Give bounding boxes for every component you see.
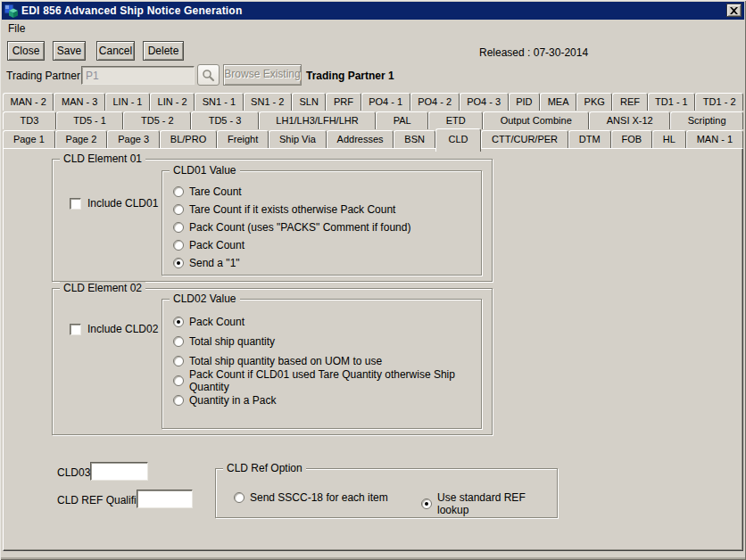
close-button-toolbar[interactable]: Close xyxy=(7,41,45,61)
tab[interactable]: BSN xyxy=(394,130,435,148)
menu-file[interactable]: File xyxy=(2,21,31,37)
browse-existing-button[interactable]: Browse Existing xyxy=(223,64,302,86)
tab-strip: MAN - 2MAN - 3LIN - 1LIN - 2SN1 - 1SN1 -… xyxy=(3,92,743,148)
tab[interactable]: REF xyxy=(612,93,647,111)
tab[interactable]: TD1 - 1 xyxy=(648,93,696,111)
radio-option-standard-ref[interactable]: Use standard REF lookup xyxy=(421,491,557,516)
tab[interactable]: BL/PRO xyxy=(160,130,217,148)
radio-option[interactable]: Tare Count xyxy=(173,183,481,201)
cld01-value-label: CLD01 Value xyxy=(170,164,240,177)
tab[interactable]: Freight xyxy=(217,130,269,148)
cancel-button[interactable]: Cancel xyxy=(96,41,135,61)
include-cld02-checkbox[interactable]: Include CLD02 xyxy=(70,323,158,335)
radio-option[interactable]: Pack Count xyxy=(173,236,481,254)
cld-ref-option-label: CLD Ref Option xyxy=(223,462,306,474)
tab[interactable]: TD1 - 2 xyxy=(695,93,743,111)
tab[interactable]: Addresses xyxy=(327,130,394,148)
tab[interactable]: FOB xyxy=(611,130,652,148)
checkbox-icon xyxy=(70,198,81,210)
tab[interactable]: LIN - 1 xyxy=(105,93,150,111)
radio-option[interactable]: Pack Count (uses "PACKS" Comment if foun… xyxy=(173,218,481,236)
radio-label: Pack Count if CLD01 used Tare Quantity o… xyxy=(189,368,481,393)
cld02-value-group: CLD02 Value Pack Count Total ship quanti… xyxy=(162,299,482,429)
radio-label: Pack Count xyxy=(189,239,245,251)
tab[interactable]: ETD xyxy=(428,111,483,129)
radio-icon xyxy=(173,204,184,215)
tab-row-1: MAN - 2MAN - 3LIN - 1LIN - 2SN1 - 1SN1 -… xyxy=(3,92,743,111)
radio-option[interactable]: Send a "1" xyxy=(173,254,481,272)
cld-ref-qualifier-input[interactable] xyxy=(137,490,193,508)
include-cld01-checkbox[interactable]: Include CLD01 xyxy=(70,197,158,210)
tab[interactable]: Output Combine xyxy=(483,111,589,129)
tab[interactable]: ANSI X-12 xyxy=(589,111,670,129)
tab[interactable]: CTT/CUR/PER xyxy=(481,130,568,148)
radio-label: Use standard REF lookup xyxy=(437,491,557,516)
tab[interactable]: SN1 - 1 xyxy=(195,93,243,111)
radio-option-sscc18[interactable]: Send SSCC-18 for each item xyxy=(234,491,388,504)
cld-element-01-label: CLD Element 01 xyxy=(60,152,145,165)
trading-partner-search-button[interactable] xyxy=(197,64,220,86)
radio-option[interactable]: Total ship quantity xyxy=(173,332,481,351)
tab[interactable]: PRF xyxy=(326,93,361,111)
tab[interactable]: PO4 - 2 xyxy=(410,93,460,111)
cld-element-02-group: CLD Element 02 Include CLD02 CLD02 Value… xyxy=(52,288,493,435)
cld-tab-panel: CLD Element 01 Include CLD01 CLD01 Value… xyxy=(3,148,743,551)
cld-element-01-group: CLD Element 01 Include CLD01 CLD01 Value… xyxy=(52,159,493,282)
radio-icon xyxy=(173,375,184,386)
tab[interactable]: Page 3 xyxy=(107,130,160,148)
released-date: Released : 07-30-2014 xyxy=(479,46,588,59)
tab[interactable]: LIN - 2 xyxy=(150,93,195,111)
tab[interactable]: TD5 - 2 xyxy=(123,111,191,129)
radio-label: Total ship quantity based on UOM to use xyxy=(189,355,382,367)
radio-option[interactable]: Pack Count xyxy=(173,312,481,332)
tab[interactable]: MAN - 1 xyxy=(686,130,743,148)
window-title: EDI 856 Advanced Ship Notice Generation xyxy=(21,4,242,17)
tab[interactable]: SN1 - 2 xyxy=(244,93,292,111)
tab[interactable]: DTM xyxy=(568,130,611,148)
tab[interactable]: MEA xyxy=(540,93,576,111)
tab[interactable]: LH1/LH3/LFH/LHR xyxy=(259,111,376,129)
tab[interactable]: PAL xyxy=(376,111,428,129)
cld02-options: Pack Count Total ship quantity Total shi… xyxy=(162,300,481,410)
tab[interactable]: MAN - 3 xyxy=(54,93,104,111)
tab[interactable]: PO4 - 3 xyxy=(460,93,509,111)
close-button[interactable] xyxy=(726,4,742,17)
tab[interactable]: SLN xyxy=(292,93,327,111)
tab[interactable]: TD5 - 1 xyxy=(56,111,124,129)
radio-icon xyxy=(173,395,184,406)
radio-icon xyxy=(173,336,184,347)
radio-icon xyxy=(173,317,184,327)
titlebar: EDI 856 Advanced Ship Notice Generation xyxy=(2,2,744,20)
tab[interactable]: Scripting xyxy=(670,111,743,129)
tab[interactable]: MAN - 2 xyxy=(3,93,54,111)
cld01-options: Tare Count Tare Count if it exists other… xyxy=(162,171,481,272)
search-icon xyxy=(202,69,215,82)
radio-label: Pack Count xyxy=(189,316,245,328)
radio-icon xyxy=(234,492,245,503)
tab[interactable]: Ship Via xyxy=(269,130,327,148)
radio-option[interactable]: Quantity in a Pack xyxy=(173,391,481,410)
radio-option[interactable]: Pack Count if CLD01 used Tare Quantity o… xyxy=(173,371,481,391)
tab[interactable]: HL xyxy=(652,130,686,148)
radio-icon xyxy=(173,356,184,366)
include-cld02-label: Include CLD02 xyxy=(87,323,158,335)
tab[interactable]: CLD xyxy=(435,128,481,152)
tab[interactable]: PID xyxy=(509,93,540,111)
tab[interactable]: Page 1 xyxy=(3,130,55,148)
tab-row-2: TD3TD5 - 1TD5 - 2TD5 - 3LH1/LH3/LFH/LHRP… xyxy=(3,111,743,129)
radio-icon xyxy=(421,498,432,509)
tab[interactable]: PO4 - 1 xyxy=(361,93,410,111)
tab[interactable]: Page 2 xyxy=(55,130,108,148)
tab[interactable]: TD3 xyxy=(3,111,56,129)
save-button[interactable]: Save xyxy=(53,41,86,61)
cld03-label: CLD03: xyxy=(57,466,94,479)
radio-label: Quantity in a Pack xyxy=(189,394,276,407)
radio-option[interactable]: Tare Count if it exists otherwise Pack C… xyxy=(173,201,481,218)
tab-row-3: Page 1Page 2Page 3BL/PROFreightShip ViaA… xyxy=(3,129,743,148)
cld03-input[interactable] xyxy=(90,462,148,481)
trading-partner-input[interactable] xyxy=(81,66,195,85)
tab[interactable]: PKG xyxy=(576,93,612,111)
delete-button[interactable]: Delete xyxy=(143,41,184,61)
tab[interactable]: TD5 - 3 xyxy=(191,111,259,129)
app-icon xyxy=(4,4,18,18)
